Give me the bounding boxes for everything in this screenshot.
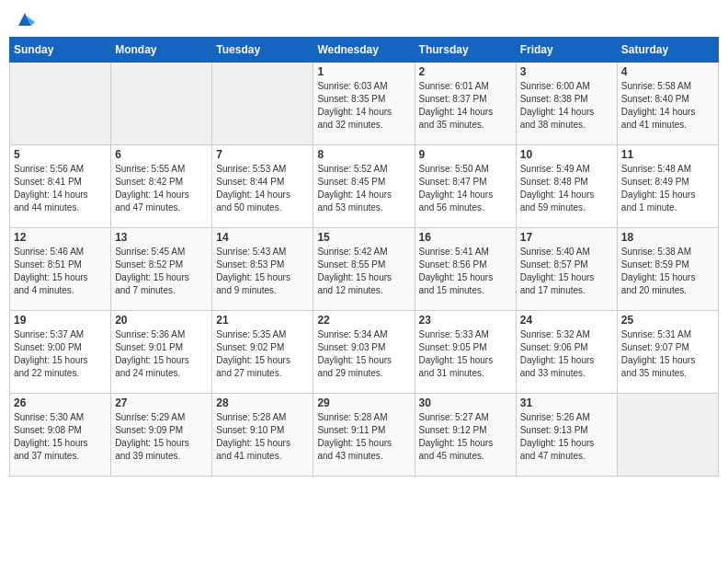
day-number: 21 (216, 314, 309, 327)
day-info: Sunrise: 5:52 AM Sunset: 8:45 PM Dayligh… (317, 163, 410, 214)
calendar-cell: 15Sunrise: 5:42 AM Sunset: 8:55 PM Dayli… (313, 228, 415, 311)
day-number: 1 (317, 65, 410, 78)
day-info: Sunrise: 6:01 AM Sunset: 8:37 PM Dayligh… (419, 80, 512, 132)
day-number: 13 (115, 231, 208, 244)
day-info: Sunrise: 5:46 AM Sunset: 8:51 PM Dayligh… (14, 246, 107, 297)
weekday-header-wednesday: Wednesday (313, 38, 415, 63)
calendar-cell: 26Sunrise: 5:30 AM Sunset: 9:08 PM Dayli… (10, 394, 111, 477)
calendar-cell: 8Sunrise: 5:52 AM Sunset: 8:45 PM Daylig… (313, 145, 415, 228)
calendar-cell: 21Sunrise: 5:35 AM Sunset: 9:02 PM Dayli… (212, 311, 313, 394)
day-number: 8 (317, 148, 410, 161)
day-number: 22 (317, 314, 410, 327)
calendar-cell (111, 63, 212, 145)
calendar-cell: 25Sunrise: 5:31 AM Sunset: 9:07 PM Dayli… (617, 311, 718, 394)
day-info: Sunrise: 5:31 AM Sunset: 9:07 PM Dayligh… (621, 328, 714, 380)
day-number: 25 (621, 314, 714, 327)
weekday-header-sunday: Sunday (10, 38, 111, 63)
day-info: Sunrise: 5:49 AM Sunset: 8:48 PM Dayligh… (520, 163, 613, 214)
calendar-cell: 9Sunrise: 5:50 AM Sunset: 8:47 PM Daylig… (415, 145, 516, 228)
day-number: 6 (115, 148, 208, 161)
weekday-header-row: SundayMondayTuesdayWednesdayThursdayFrid… (10, 38, 719, 63)
calendar-cell: 20Sunrise: 5:36 AM Sunset: 9:01 PM Dayli… (111, 311, 212, 394)
calendar-week-row: 12Sunrise: 5:46 AM Sunset: 8:51 PM Dayli… (10, 228, 719, 311)
day-info: Sunrise: 5:43 AM Sunset: 8:53 PM Dayligh… (216, 246, 309, 297)
logo (13, 9, 35, 29)
day-info: Sunrise: 6:03 AM Sunset: 8:35 PM Dayligh… (317, 80, 410, 132)
calendar-cell: 3Sunrise: 6:00 AM Sunset: 8:38 PM Daylig… (516, 63, 617, 145)
calendar-cell: 30Sunrise: 5:27 AM Sunset: 9:12 PM Dayli… (415, 394, 516, 477)
day-info: Sunrise: 5:58 AM Sunset: 8:40 PM Dayligh… (621, 80, 714, 132)
day-info: Sunrise: 5:50 AM Sunset: 8:47 PM Dayligh… (419, 163, 512, 214)
calendar-cell: 5Sunrise: 5:56 AM Sunset: 8:41 PM Daylig… (10, 145, 111, 228)
calendar-week-row: 5Sunrise: 5:56 AM Sunset: 8:41 PM Daylig… (10, 145, 719, 228)
day-number: 31 (520, 396, 613, 409)
weekday-header-monday: Monday (111, 38, 212, 63)
day-info: Sunrise: 5:37 AM Sunset: 9:00 PM Dayligh… (14, 328, 107, 380)
day-info: Sunrise: 6:00 AM Sunset: 8:38 PM Dayligh… (520, 80, 613, 132)
calendar-cell: 7Sunrise: 5:53 AM Sunset: 8:44 PM Daylig… (212, 145, 313, 228)
day-number: 30 (419, 396, 512, 409)
day-number: 20 (115, 314, 208, 327)
weekday-header-saturday: Saturday (617, 38, 718, 63)
calendar-cell: 17Sunrise: 5:40 AM Sunset: 8:57 PM Dayli… (516, 228, 617, 311)
day-number: 18 (621, 231, 714, 244)
calendar-cell: 6Sunrise: 5:55 AM Sunset: 8:42 PM Daylig… (111, 145, 212, 228)
calendar-cell: 31Sunrise: 5:26 AM Sunset: 9:13 PM Dayli… (516, 394, 617, 477)
day-number: 2 (419, 65, 512, 78)
calendar-cell: 2Sunrise: 6:01 AM Sunset: 8:37 PM Daylig… (415, 63, 516, 145)
day-number: 14 (216, 231, 309, 244)
calendar-cell: 28Sunrise: 5:28 AM Sunset: 9:10 PM Dayli… (212, 394, 313, 477)
calendar-cell: 4Sunrise: 5:58 AM Sunset: 8:40 PM Daylig… (617, 63, 718, 145)
day-info: Sunrise: 5:26 AM Sunset: 9:13 PM Dayligh… (520, 411, 613, 463)
calendar-cell: 1Sunrise: 6:03 AM Sunset: 8:35 PM Daylig… (313, 63, 415, 145)
day-number: 12 (14, 231, 107, 244)
day-info: Sunrise: 5:40 AM Sunset: 8:57 PM Dayligh… (520, 246, 613, 297)
day-info: Sunrise: 5:33 AM Sunset: 9:05 PM Dayligh… (419, 328, 512, 380)
day-number: 15 (317, 231, 410, 244)
calendar-cell: 19Sunrise: 5:37 AM Sunset: 9:00 PM Dayli… (10, 311, 111, 394)
calendar-week-row: 19Sunrise: 5:37 AM Sunset: 9:00 PM Dayli… (10, 311, 719, 394)
day-info: Sunrise: 5:53 AM Sunset: 8:44 PM Dayligh… (216, 163, 309, 214)
day-info: Sunrise: 5:27 AM Sunset: 9:12 PM Dayligh… (419, 411, 512, 463)
page-header (9, 9, 719, 29)
day-info: Sunrise: 5:56 AM Sunset: 8:41 PM Dayligh… (14, 163, 107, 214)
day-number: 27 (115, 396, 208, 409)
calendar-cell: 13Sunrise: 5:45 AM Sunset: 8:52 PM Dayli… (111, 228, 212, 311)
calendar-cell: 27Sunrise: 5:29 AM Sunset: 9:09 PM Dayli… (111, 394, 212, 477)
calendar-cell: 23Sunrise: 5:33 AM Sunset: 9:05 PM Dayli… (415, 311, 516, 394)
calendar-cell: 11Sunrise: 5:48 AM Sunset: 8:49 PM Dayli… (617, 145, 718, 228)
day-number: 10 (520, 148, 613, 161)
day-info: Sunrise: 5:28 AM Sunset: 9:11 PM Dayligh… (317, 411, 410, 463)
day-number: 24 (520, 314, 613, 327)
day-number: 28 (216, 396, 309, 409)
calendar-table: SundayMondayTuesdayWednesdayThursdayFrid… (9, 37, 719, 477)
calendar-week-row: 1Sunrise: 6:03 AM Sunset: 8:35 PM Daylig… (10, 63, 719, 145)
day-info: Sunrise: 5:28 AM Sunset: 9:10 PM Dayligh… (216, 411, 309, 463)
day-info: Sunrise: 5:34 AM Sunset: 9:03 PM Dayligh… (317, 328, 410, 380)
calendar-cell: 16Sunrise: 5:41 AM Sunset: 8:56 PM Dayli… (415, 228, 516, 311)
day-info: Sunrise: 5:42 AM Sunset: 8:55 PM Dayligh… (317, 246, 410, 297)
calendar-cell: 10Sunrise: 5:49 AM Sunset: 8:48 PM Dayli… (516, 145, 617, 228)
calendar-cell: 14Sunrise: 5:43 AM Sunset: 8:53 PM Dayli… (212, 228, 313, 311)
calendar-cell: 24Sunrise: 5:32 AM Sunset: 9:06 PM Dayli… (516, 311, 617, 394)
day-number: 4 (621, 65, 714, 78)
day-number: 17 (520, 231, 613, 244)
day-number: 19 (14, 314, 107, 327)
calendar-week-row: 26Sunrise: 5:30 AM Sunset: 9:08 PM Dayli… (10, 394, 719, 477)
day-number: 23 (419, 314, 512, 327)
calendar-cell: 12Sunrise: 5:46 AM Sunset: 8:51 PM Dayli… (10, 228, 111, 311)
day-info: Sunrise: 5:48 AM Sunset: 8:49 PM Dayligh… (621, 163, 714, 214)
day-number: 7 (216, 148, 309, 161)
calendar-cell (212, 63, 313, 145)
calendar-cell: 18Sunrise: 5:38 AM Sunset: 8:59 PM Dayli… (617, 228, 718, 311)
day-info: Sunrise: 5:32 AM Sunset: 9:06 PM Dayligh… (520, 328, 613, 380)
day-info: Sunrise: 5:55 AM Sunset: 8:42 PM Dayligh… (115, 163, 208, 214)
weekday-header-friday: Friday (516, 38, 617, 63)
day-info: Sunrise: 5:41 AM Sunset: 8:56 PM Dayligh… (419, 246, 512, 297)
day-info: Sunrise: 5:30 AM Sunset: 9:08 PM Dayligh… (14, 411, 107, 463)
calendar-cell (10, 63, 111, 145)
day-number: 5 (14, 148, 107, 161)
day-info: Sunrise: 5:35 AM Sunset: 9:02 PM Dayligh… (216, 328, 309, 380)
day-number: 3 (520, 65, 613, 78)
day-info: Sunrise: 5:36 AM Sunset: 9:01 PM Dayligh… (115, 328, 208, 380)
